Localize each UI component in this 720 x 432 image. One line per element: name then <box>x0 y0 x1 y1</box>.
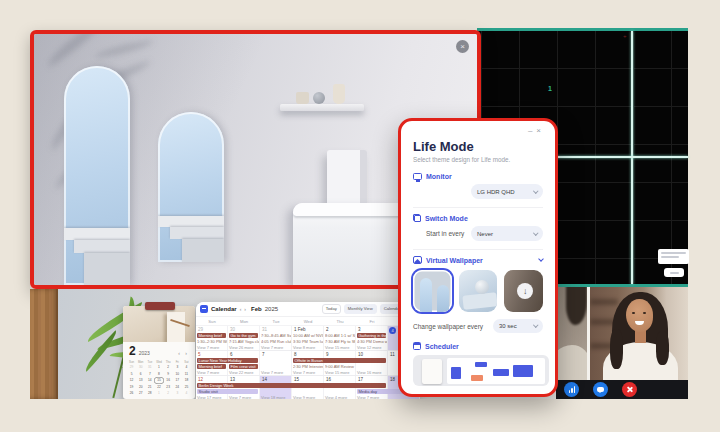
close-icon[interactable]: × <box>536 126 545 135</box>
view-dropdown[interactable]: Monthly View <box>344 304 377 314</box>
calendar-event[interactable]: 4:30 PM Demo w/ BC <box>357 339 387 344</box>
today-button[interactable]: Today <box>322 304 341 314</box>
participant-tile-main <box>590 287 688 380</box>
calendar-app-icon <box>200 305 208 313</box>
calendar-date: 18 <box>390 377 395 382</box>
mini-date: 2 <box>164 390 173 397</box>
view-more-link[interactable]: View 7 more <box>357 395 379 399</box>
day-header: Thu <box>324 317 356 325</box>
view-more-link[interactable]: View 16 more <box>357 370 381 375</box>
calendar-event[interactable]: 8:00 AM 1:1 w/ Sam <box>325 333 355 338</box>
monitor-icon <box>413 173 422 180</box>
calendar-event[interactable]: 9:00 AM Review <box>325 364 355 369</box>
prev-month-icon[interactable]: ‹ <box>240 306 242 312</box>
calendar-date: 12 <box>198 377 203 382</box>
calendar-event[interactable]: 7:30–8:45 AM Swim <box>261 333 291 338</box>
calendar-date: 1 Feb <box>294 327 306 332</box>
calendar-date: 15 <box>294 377 299 382</box>
calendar-date: 14 <box>262 377 267 382</box>
calendar-event[interactable]: Studio visit <box>197 389 258 394</box>
calendar-event[interactable]: Morning brief <box>197 333 226 338</box>
calendar-event[interactable]: 4:05 PM Run club <box>261 339 291 344</box>
virtual-wallpaper-label: Virtual Wallpaper <box>426 257 483 264</box>
mini-date: 27 <box>136 390 145 397</box>
calendar-event[interactable]: 1:30–2:30 PM Weekly <box>197 339 227 344</box>
chat-button[interactable] <box>593 382 608 397</box>
monitor-dropdown[interactable]: LG HDR QHD <box>471 184 543 199</box>
interval-dropdown[interactable]: 30 sec <box>493 319 543 333</box>
calendar-event[interactable]: 2:30 PM Interview <box>293 364 323 369</box>
view-more-link[interactable]: View 18 more <box>261 395 285 399</box>
participant-face <box>626 299 653 332</box>
calendar-event[interactable]: 10:00 AM w/ NVIDIA <box>293 333 323 338</box>
ceramic-unit-lid <box>293 203 407 216</box>
calendar-app-title: Calendar <box>211 306 237 312</box>
view-more-link[interactable]: View 15 more <box>325 370 349 375</box>
graph-tooltip-button[interactable] <box>664 268 684 277</box>
view-more-link[interactable]: View 7 more <box>229 395 251 399</box>
calendar-date: 3 <box>358 327 361 332</box>
chevron-down-icon <box>533 230 538 235</box>
mini-nav-arrows[interactable]: ‹ › <box>178 350 189 356</box>
graph-axis-label: 1 <box>548 85 552 92</box>
calendar-day-headers: SunMonTueWedThuFriSat <box>196 317 420 326</box>
view-more-link[interactable]: View 7 more <box>293 370 315 375</box>
view-more-link[interactable]: View 26 more <box>229 345 253 350</box>
calendar-date: 5 <box>198 352 201 357</box>
calendar-event[interactable]: 7:30 AM Fly to SFO <box>325 339 355 344</box>
view-more-link[interactable]: View 7 more <box>261 345 283 350</box>
calendar-app-window: Calendar ‹ › Feb 2025 Today Monthly View… <box>196 302 420 399</box>
calendar-event[interactable]: Go to the gym <box>229 333 258 338</box>
day-header: Wed <box>292 317 324 325</box>
view-more-link[interactable]: View 12 more <box>357 345 381 350</box>
calendar-date: 29 <box>198 327 203 332</box>
sphere-room-wallpaper[interactable] <box>459 270 498 312</box>
collapse-chevron-icon[interactable] <box>538 256 544 262</box>
downloadable-wallpaper[interactable]: ↓ <box>504 270 543 312</box>
view-more-link[interactable]: View 7 more <box>197 345 219 350</box>
view-more-link[interactable]: View 9 more <box>293 395 315 399</box>
stats-button[interactable] <box>564 382 579 397</box>
calendar-event[interactable]: 3:30 PM Team lunch <box>293 339 323 344</box>
video-call-screen <box>556 287 688 399</box>
calendar-date: 31 <box>262 327 267 332</box>
view-more-link[interactable]: View 8 more <box>293 345 315 350</box>
monitor-label: Monitor <box>426 173 452 180</box>
calendar-grid: 2930311 Feb234Morning briefGo to the gym… <box>196 326 420 399</box>
calendar-month: Feb <box>251 306 262 312</box>
view-more-link[interactable]: View 15 more <box>325 345 349 350</box>
view-more-link[interactable]: View 7 more <box>197 370 219 375</box>
calendar-event[interactable]: Film crew visit <box>229 364 258 369</box>
lg-switch-promo-screenshot: 1 4 + <box>0 0 720 432</box>
calendar-event[interactable]: Lunar New Year Holiday <box>197 358 258 363</box>
stats-bars-icon <box>574 386 576 393</box>
chevron-down-icon <box>533 188 538 193</box>
switch-mode-label: Switch Mode <box>425 215 468 222</box>
view-more-link[interactable]: View 17 more <box>197 395 221 399</box>
view-more-link[interactable]: View 4 more <box>325 395 347 399</box>
mini-date: 1 <box>154 390 163 397</box>
calendar-event[interactable]: Offsite in Busan <box>293 358 386 363</box>
calendar-date: 6 <box>230 352 233 357</box>
chat-bubble-icon <box>597 387 604 393</box>
mini-year: 2023 <box>139 350 150 356</box>
day-header: Sun <box>196 317 228 325</box>
day-header: Mon <box>228 317 260 325</box>
calendar-event[interactable]: Gathering in the HQ <box>357 333 386 338</box>
view-more-link[interactable]: View 7 more <box>261 370 283 375</box>
next-month-icon[interactable]: › <box>244 306 246 312</box>
calendar-event[interactable]: Morning brief <box>197 364 226 369</box>
wallpaper-thumbnails: ↓ <box>413 270 543 312</box>
calendar-event[interactable]: Berlin Design Week <box>197 383 386 388</box>
calendar-event[interactable]: 7:15 AM Yoga class <box>229 339 259 344</box>
close-icon[interactable]: × <box>456 40 469 53</box>
stats-bars-icon <box>569 390 571 393</box>
shelf-cup <box>296 92 309 104</box>
view-more-link[interactable]: View 22 more <box>229 370 253 375</box>
start-in-every-dropdown[interactable]: Never <box>471 226 543 241</box>
mini-date: 26 <box>127 390 136 397</box>
calendar-date: 10 <box>358 352 363 357</box>
arched-mirrors-wallpaper[interactable] <box>413 270 452 312</box>
end-call-button[interactable] <box>622 382 637 397</box>
scheduler-preview[interactable] <box>413 355 549 386</box>
